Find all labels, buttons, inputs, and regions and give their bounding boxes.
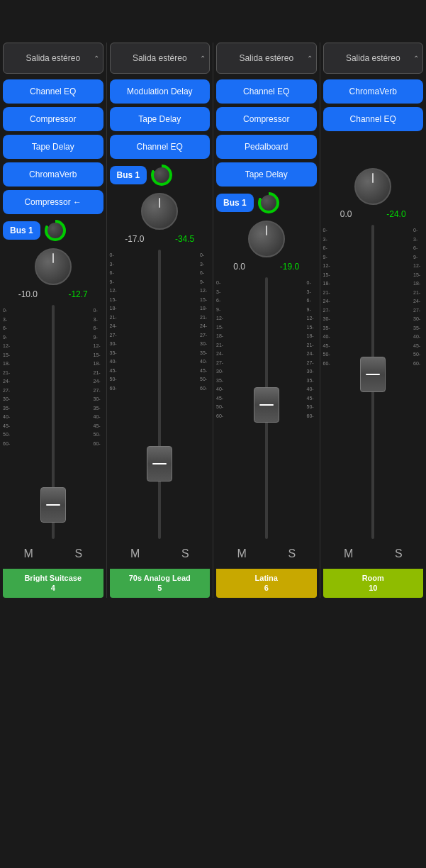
- vu-scale-mark: 15-: [413, 272, 423, 277]
- vu-scale-mark: 0-: [323, 228, 333, 233]
- vu-scale-mark: 0-: [413, 228, 423, 233]
- level-values: -10.0 -12.7: [3, 289, 103, 299]
- vu-scale-mark: 15-: [94, 352, 103, 357]
- solo-button[interactable]: S: [69, 545, 88, 563]
- fader-handle[interactable]: [360, 357, 386, 392]
- vu-scale-mark: 45-: [323, 343, 333, 348]
- fader-handle[interactable]: [254, 387, 279, 423]
- ms-section: M S: [3, 545, 103, 563]
- channel-ch3: Salida estéreo⌃Channel EQCompressorPedal…: [213, 43, 320, 598]
- vu-scale-mark: 30-: [323, 316, 333, 321]
- plugin-button[interactable]: Modulation Delay: [110, 79, 211, 104]
- level-db: 0.0: [233, 262, 245, 272]
- bus-knob[interactable]: [45, 220, 66, 241]
- solo-button[interactable]: S: [176, 545, 195, 563]
- channel-ch2: Salida estéreo⌃Modulation DelayTape Dela…: [107, 43, 214, 598]
- vu-scale-mark: 6-: [3, 326, 13, 330]
- solo-button[interactable]: S: [389, 545, 408, 563]
- vu-scale-mark: 50-: [413, 352, 423, 357]
- plugin-button[interactable]: Compressor ←: [3, 190, 103, 214]
- channel-ch4: Salida estéreo⌃ChromaVerbChannel EQ 0.0 …: [320, 43, 427, 598]
- vu-scale-mark: 15-: [3, 352, 13, 357]
- vu-scale-mark: 45-: [200, 368, 210, 373]
- vu-scale-mark: 35-: [323, 326, 333, 330]
- bus-button[interactable]: Bus 1: [3, 221, 40, 240]
- vu-scale-mark: 50-: [94, 432, 103, 437]
- vu-scale-mark: 60-: [110, 386, 120, 391]
- mute-button[interactable]: M: [338, 545, 359, 563]
- vu-scale-mark: 18-: [200, 306, 210, 311]
- main-knob[interactable]: [35, 248, 72, 285]
- vu-scale-mark: 45-: [110, 368, 120, 373]
- output-selector[interactable]: Salida estéreo⌃: [216, 43, 317, 74]
- main-knob[interactable]: [248, 221, 285, 257]
- chevron-down-icon: ⌃: [94, 55, 99, 62]
- vu-scale-mark: 50-: [110, 377, 120, 382]
- fader-section: 0-3-6-9-12-15-18-21-24-27-30-35-40-45-50…: [3, 305, 103, 539]
- channel-ch1: Salida estéreo⌃Channel EQCompressorTape …: [0, 43, 107, 598]
- bus-knob[interactable]: [258, 192, 279, 213]
- main-knob[interactable]: [141, 193, 178, 230]
- bus-knob-inner: [261, 195, 276, 211]
- vu-scale-mark: 60-: [323, 361, 333, 366]
- vu-scale-mark: 45-: [216, 396, 226, 401]
- output-selector[interactable]: Salida estéreo⌃: [3, 43, 103, 74]
- vu-scale-mark: 45-: [413, 343, 423, 348]
- vu-scale-mark: 35-: [3, 406, 13, 411]
- main-knob[interactable]: [354, 168, 391, 205]
- plugin-button[interactable]: Tape Delay: [110, 107, 211, 131]
- vu-scale-mark: 21-: [323, 290, 333, 295]
- vu-scale-mark: 40-: [200, 359, 210, 364]
- plugin-button[interactable]: Channel EQ: [3, 79, 103, 104]
- vu-scale-mark: 24-: [3, 379, 13, 384]
- vu-scale-mark: 6-: [323, 245, 333, 250]
- mute-button[interactable]: M: [18, 545, 38, 563]
- vu-scale-mark: 35-: [200, 350, 210, 355]
- solo-button[interactable]: S: [282, 545, 301, 563]
- bus-button[interactable]: Bus 1: [216, 194, 254, 212]
- plugin-button[interactable]: ChromaVerb: [323, 79, 424, 104]
- vu-scale-mark: 27-: [94, 388, 103, 393]
- vu-scale-mark: 60-: [216, 413, 226, 418]
- vu-scale-mark: 9-: [216, 307, 226, 312]
- vu-scale-mark: 40-: [307, 386, 317, 391]
- plugin-button[interactable]: ChromaVerb: [3, 162, 103, 187]
- vu-scale-mark: 35-: [110, 350, 120, 355]
- vu-scale-mark: 0-: [216, 280, 226, 285]
- plugin-button[interactable]: Compressor: [3, 107, 103, 131]
- plugin-button[interactable]: Tape Delay: [216, 162, 317, 187]
- fader-handle[interactable]: [147, 446, 172, 482]
- vu-scale-mark: 27-: [110, 333, 120, 338]
- vu-scale-mark: 45-: [94, 423, 103, 428]
- ms-section: M S: [323, 545, 424, 563]
- plugin-button[interactable]: Channel EQ: [110, 135, 211, 159]
- main-knob-wrapper: [323, 168, 424, 205]
- fader-section: 0-3-6-9-12-15-18-21-24-27-30-35-40-45-50…: [110, 250, 211, 539]
- fader-track-wrapper: [228, 277, 306, 539]
- bus-button[interactable]: Bus 1: [110, 166, 147, 184]
- plugin-button[interactable]: Pedalboard: [216, 135, 317, 159]
- vu-scale-mark: 60-: [3, 441, 13, 446]
- channel-number: 6: [264, 584, 269, 592]
- level-values: -17.0 -34.5: [110, 234, 211, 244]
- plugin-button[interactable]: Channel EQ: [323, 107, 424, 131]
- plugin-button[interactable]: Compressor: [216, 107, 317, 131]
- bus-knob[interactable]: [151, 165, 172, 186]
- mute-button[interactable]: M: [125, 545, 145, 563]
- vu-scale-mark: 0-: [110, 252, 120, 257]
- vu-scale-mark: 27-: [3, 388, 13, 393]
- vu-scale-mark: 6-: [307, 298, 317, 303]
- fader-handle[interactable]: [40, 487, 66, 523]
- output-label: Salida estéreo: [26, 53, 80, 63]
- vu-meter-right: 0-3-6-9-12-15-18-21-24-27-30-35-40-45-50…: [200, 250, 210, 539]
- vu-scale-mark: 12-: [323, 263, 333, 268]
- level-values: 0.0 -19.0: [216, 262, 317, 272]
- plugin-list: Channel EQCompressorPedalboardTape Delay: [216, 79, 317, 187]
- plugin-button[interactable]: Tape Delay: [3, 135, 103, 159]
- plugin-button[interactable]: Channel EQ: [216, 79, 317, 104]
- output-selector[interactable]: Salida estéreo⌃: [110, 43, 211, 74]
- mute-button[interactable]: M: [231, 545, 252, 563]
- vu-scale-mark: 21-: [94, 370, 103, 375]
- output-selector[interactable]: Salida estéreo⌃: [323, 43, 424, 74]
- output-label: Salida estéreo: [133, 53, 187, 63]
